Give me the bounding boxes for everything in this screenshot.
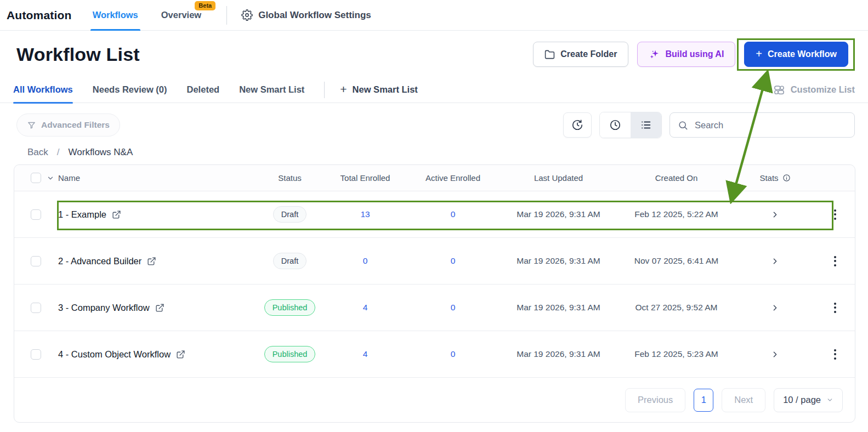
top-nav-bar: Automation Workflows Overview Beta Globa… (0, 0, 868, 31)
last-updated-value: Mar 19 2026, 9:31 AM (500, 256, 617, 266)
external-link-icon[interactable] (147, 257, 156, 266)
row-menu-kebab[interactable] (831, 299, 839, 316)
info-icon[interactable] (782, 174, 791, 182)
enrollment-history-button[interactable] (563, 112, 592, 138)
folder-icon (544, 49, 555, 60)
search-input[interactable] (694, 120, 847, 131)
list-view-segment[interactable] (631, 112, 661, 138)
column-header-total-enrolled: Total Enrolled (324, 173, 406, 183)
plus-icon: + (340, 83, 347, 96)
row-menu-kebab[interactable] (831, 253, 839, 270)
row-checkbox[interactable] (31, 349, 41, 360)
status-badge: Draft (273, 206, 307, 223)
row-menu-kebab[interactable] (831, 346, 839, 363)
current-page-button[interactable]: 1 (694, 389, 713, 412)
build-using-ai-button[interactable]: Build using AI (637, 42, 735, 67)
created-on-value: Nov 07 2025, 6:41 AM (617, 256, 735, 266)
last-updated-value: Mar 19 2026, 9:31 AM (500, 209, 617, 219)
list-tabs-bar: All Workflows Needs Review (0) Deleted N… (0, 77, 868, 103)
create-folder-button[interactable]: Create Folder (533, 42, 628, 67)
funnel-icon (27, 121, 36, 130)
view-toggle (599, 112, 662, 138)
tabs-divider (324, 82, 325, 98)
breadcrumb-back[interactable]: Back (27, 147, 48, 158)
workflow-name-link[interactable]: 1 - Example (58, 209, 106, 220)
external-link-icon[interactable] (176, 350, 185, 359)
create-workflow-button[interactable]: + Create Workflow (744, 42, 848, 67)
column-header-active-enrolled: Active Enrolled (406, 173, 500, 183)
customize-list-button[interactable]: Customize List (773, 84, 855, 96)
tab-deleted-label: Deleted (187, 84, 220, 95)
global-workflow-settings-button[interactable]: Global Workflow Settings (241, 9, 371, 21)
table-row: 3 - Company Workflow Published 4 0 Mar 1… (14, 285, 855, 331)
tab-needs-review-label: Needs Review (0) (93, 84, 167, 95)
workflow-name-link[interactable]: 2 - Advanced Builder (58, 256, 141, 266)
history-clock-icon (571, 119, 583, 131)
chevron-down-icon (826, 396, 833, 403)
table-row: 1 - Example Draft 13 0 Mar 19 2026, 9:31… (14, 191, 855, 238)
global-workflow-settings-label: Global Workflow Settings (258, 10, 371, 21)
row-checkbox[interactable] (31, 303, 41, 313)
page-size-label: 10 / page (783, 395, 821, 405)
row-checkbox[interactable] (31, 209, 41, 220)
column-header-name: Name (58, 173, 256, 183)
total-enrolled-link[interactable]: 13 (360, 209, 370, 219)
time-view-segment[interactable] (600, 112, 631, 138)
advanced-filters-label: Advanced Filters (41, 120, 110, 130)
select-all-checkbox[interactable] (31, 173, 41, 183)
column-header-last-updated: Last Updated (500, 173, 617, 183)
stats-expand-chevron[interactable] (735, 210, 815, 219)
tab-all-workflows-label: All Workflows (13, 84, 73, 95)
table-tools (563, 112, 855, 138)
sparkles-icon (649, 49, 660, 60)
top-tab-workflows-label: Workflows (93, 10, 138, 20)
header-actions: Create Folder Build using AI + Create Wo… (533, 42, 855, 67)
tab-deleted[interactable]: Deleted (187, 77, 220, 103)
tab-needs-review[interactable]: Needs Review (0) (93, 77, 167, 103)
top-tab-overview[interactable]: Overview Beta (161, 0, 201, 31)
stats-header-label: Stats (759, 173, 778, 183)
total-enrolled-link[interactable]: 4 (363, 349, 368, 359)
column-header-stats: Stats (735, 173, 815, 183)
active-enrolled-link[interactable]: 0 (451, 256, 456, 266)
row-menu-kebab[interactable] (831, 206, 839, 223)
new-smart-list-button[interactable]: + New Smart List (340, 84, 417, 96)
table-footer: Previous 1 Next 10 / page (14, 378, 855, 422)
top-tab-workflows[interactable]: Workflows (93, 0, 138, 31)
stats-expand-chevron[interactable] (735, 303, 815, 312)
build-using-ai-label: Build using AI (665, 49, 724, 59)
row-checkbox[interactable] (31, 256, 41, 266)
stats-expand-chevron[interactable] (735, 350, 815, 359)
active-enrolled-link[interactable]: 0 (451, 303, 456, 312)
workflow-name-link[interactable]: 3 - Company Workflow (58, 303, 150, 313)
table-row: 4 - Custom Object Workflow Published 4 0… (14, 331, 855, 378)
active-enrolled-link[interactable]: 0 (451, 349, 456, 359)
status-badge: Published (264, 299, 316, 316)
chevron-down-icon[interactable] (47, 174, 54, 182)
next-page-button[interactable]: Next (722, 388, 765, 412)
stats-expand-chevron[interactable] (735, 257, 815, 266)
workflow-name-link[interactable]: 4 - Custom Object Workflow (58, 349, 171, 360)
create-folder-label: Create Folder (560, 49, 617, 59)
total-enrolled-link[interactable]: 4 (363, 303, 368, 312)
breadcrumb-current-folder: Workflows N&A (69, 147, 133, 158)
active-enrolled-link[interactable]: 0 (451, 209, 456, 219)
topbar-divider (226, 6, 227, 25)
tab-all-workflows[interactable]: All Workflows (13, 77, 73, 103)
customize-list-label: Customize List (791, 84, 855, 95)
column-header-status: Status (256, 173, 324, 183)
external-link-icon[interactable] (112, 210, 121, 219)
tab-new-smart-list[interactable]: New Smart List (239, 77, 304, 103)
workflow-table-card: Name Status Total Enrolled Active Enroll… (14, 164, 855, 423)
external-link-icon[interactable] (155, 303, 164, 312)
status-badge: Draft (273, 253, 307, 269)
last-updated-value: Mar 19 2026, 9:31 AM (500, 349, 617, 359)
page-title: Workflow List (16, 44, 140, 65)
advanced-filters-button[interactable]: Advanced Filters (16, 113, 120, 137)
app-title: Automation (7, 9, 72, 22)
tab-new-smart-list-label: New Smart List (239, 84, 304, 95)
clock-icon (609, 119, 621, 131)
page-size-select[interactable]: 10 / page (774, 388, 843, 412)
previous-page-button[interactable]: Previous (625, 388, 685, 412)
total-enrolled-link[interactable]: 0 (363, 256, 368, 266)
